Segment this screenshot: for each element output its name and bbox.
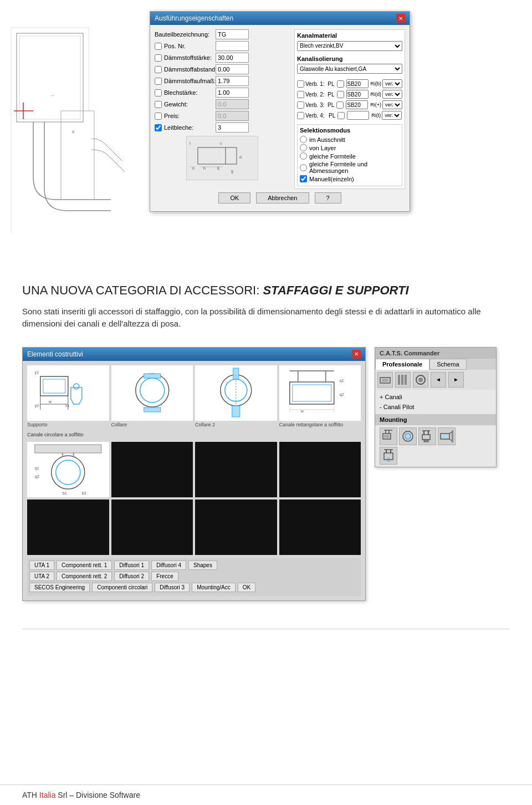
cats-icon-grid[interactable]: [395, 372, 411, 388]
elementi-close-button[interactable]: ✕: [352, 350, 361, 359]
kanal-material-select[interactable]: Blech verzinkt,BV: [297, 41, 402, 51]
diff3-button[interactable]: Diffusori 3: [155, 583, 190, 592]
verb3-checkbox[interactable]: [297, 101, 304, 109]
screenshots-section: Elementi costruttivi ✕ y1 y2: [0, 342, 532, 612]
posnr-label: Pos. Nr.: [155, 43, 216, 50]
cats-icon-next[interactable]: ►: [448, 372, 464, 388]
thumb-canale-rett-label: Canale rettangolare a soffitto: [279, 421, 361, 429]
verb3-select[interactable]: verz.: [382, 100, 402, 109]
cats-icon-duct[interactable]: [377, 372, 393, 388]
mount-icon-3[interactable]: [418, 427, 436, 445]
verb1-pl-checkbox[interactable]: [337, 80, 344, 88]
dialog-titlebar: Ausführungseigenschaften ✕: [150, 12, 410, 25]
verb1-checkbox[interactable]: [297, 80, 304, 88]
sel-gleiche-abm[interactable]: [300, 164, 307, 171]
cats-icon-round[interactable]: [413, 372, 428, 388]
verb4-sb-input[interactable]: [347, 111, 369, 120]
thumb-circ-3[interactable]: [195, 442, 277, 497]
verb3-pl-checkbox[interactable]: [336, 101, 344, 109]
comp-rett2-button[interactable]: Componenti rett. 2: [57, 572, 112, 581]
tree-canali-pilot[interactable]: - Canali Pilot: [380, 402, 492, 412]
verb2-checkbox[interactable]: [297, 91, 304, 98]
thumb-circ-1[interactable]: q1 q2 b1 b2: [27, 442, 109, 497]
abbrechen-button[interactable]: Abbrechen: [256, 192, 309, 203]
thumb-canale-rett[interactable]: q1 q2 w Canale rettangolare a soffitto: [279, 365, 361, 429]
leitbleche-checkbox[interactable]: [155, 124, 162, 131]
tab-professionale[interactable]: Professionale: [375, 359, 429, 370]
daemm-aufmass-label: Dämmstoffaufmaß:: [155, 78, 216, 85]
ok-button[interactable]: OK: [218, 192, 250, 203]
thumb-black-4[interactable]: [279, 500, 361, 555]
verb1-sb-input[interactable]: [346, 79, 369, 88]
footer-separator: [22, 629, 510, 629]
dialog-close-button[interactable]: ✕: [396, 14, 405, 23]
verb1-select[interactable]: verz.: [382, 79, 402, 88]
mount-icon-2[interactable]: [399, 427, 417, 445]
gewicht-checkbox[interactable]: [155, 101, 162, 108]
blech-staerke-label: Blechstärke:: [155, 89, 216, 96]
mount-icon-4[interactable]: [438, 427, 456, 445]
verb3-sb-input[interactable]: [346, 100, 368, 109]
daemm-staerke-input[interactable]: [216, 53, 249, 63]
verb4-checkbox[interactable]: [297, 112, 304, 119]
el-ok-button[interactable]: OK: [238, 583, 255, 592]
gewicht-input[interactable]: [216, 99, 249, 109]
diff4-button[interactable]: Diffusori 4: [151, 561, 186, 570]
daemm-aufmass-input[interactable]: [216, 76, 249, 86]
verb2-select[interactable]: verz.: [382, 90, 402, 99]
mount-icon-1[interactable]: [380, 427, 397, 445]
daemm-abstand-input[interactable]: [216, 64, 249, 74]
comp-circ-button[interactable]: Componenti circolari: [92, 583, 152, 592]
leitbleche-input[interactable]: [216, 123, 249, 133]
tree-canali[interactable]: + Canali: [380, 392, 492, 402]
daemm-aufmass-checkbox[interactable]: [155, 78, 162, 85]
svg-text:d: d: [72, 130, 74, 134]
blech-staerke-input[interactable]: [216, 88, 249, 98]
sel-ausschnitt[interactable]: [300, 136, 307, 143]
thumb-collare[interactable]: Collare: [111, 365, 193, 429]
uta1-button[interactable]: UTA 1: [29, 561, 54, 570]
daemm-staerke-checkbox[interactable]: [155, 54, 162, 62]
thumb-black-1[interactable]: [27, 500, 109, 555]
blech-staerke-checkbox[interactable]: [155, 89, 162, 96]
kanal-isolierung-select[interactable]: Glaswolle Alu kaschiert,GA: [297, 64, 402, 74]
tab-schema[interactable]: Schema: [429, 359, 466, 370]
verb2-label: Verb. 2:: [305, 91, 326, 98]
verb4-pl-checkbox[interactable]: [337, 112, 345, 119]
thumb-black-2[interactable]: [111, 500, 193, 555]
shapes-button[interactable]: Shapes: [188, 561, 217, 570]
mounting-acc-button[interactable]: Mounting/Acc: [192, 583, 236, 592]
preis-checkbox[interactable]: [155, 113, 162, 120]
diff2-button[interactable]: Diffusori 2: [114, 572, 149, 581]
sel-layer[interactable]: [300, 144, 307, 151]
verb4-select[interactable]: verz.: [382, 111, 402, 120]
sel-gleiche-form[interactable]: [300, 152, 307, 160]
verb2-pl-checkbox[interactable]: [337, 91, 344, 98]
cats-titlebar: C.A.T.S. Commander: [375, 348, 496, 359]
posnr-checkbox[interactable]: [155, 43, 162, 50]
verb2-sb-input[interactable]: [346, 90, 369, 99]
thumb-circ-4[interactable]: [279, 442, 361, 497]
thumb-supporto[interactable]: y1 y2 x1 w Supporto: [27, 365, 109, 429]
comp-rett1-button[interactable]: Componenti rett. 1: [57, 561, 112, 570]
thumb-collare2[interactable]: Collare 2: [195, 365, 277, 429]
posnr-input[interactable]: [216, 41, 249, 51]
diff1-button[interactable]: Diffusori 1: [114, 561, 149, 570]
secos-button[interactable]: SECOS Engineering: [29, 583, 90, 592]
cats-icon-prev[interactable]: ◄: [431, 372, 446, 388]
frecce-button[interactable]: Frecce: [151, 572, 178, 581]
thumb-circ-2[interactable]: [111, 442, 193, 497]
svg-rect-59: [35, 445, 101, 453]
help-button[interactable]: ?: [315, 192, 341, 203]
uta2-button[interactable]: UTA 2: [29, 572, 54, 581]
daemm-abstand-checkbox[interactable]: [155, 66, 162, 73]
sel-manuell[interactable]: [300, 175, 307, 182]
canale-circ-label: Canale circolare a soffitto: [27, 431, 361, 440]
thumb-black-3[interactable]: [195, 500, 277, 555]
cats-tabs: Professionale Schema: [375, 359, 496, 370]
preis-input[interactable]: [216, 111, 249, 121]
svg-rect-13: [198, 147, 226, 164]
bauteil-input[interactable]: [216, 29, 249, 39]
sel-manuell-label: Manuell(einzeln): [309, 176, 354, 182]
mount-icon-5[interactable]: [380, 447, 397, 465]
